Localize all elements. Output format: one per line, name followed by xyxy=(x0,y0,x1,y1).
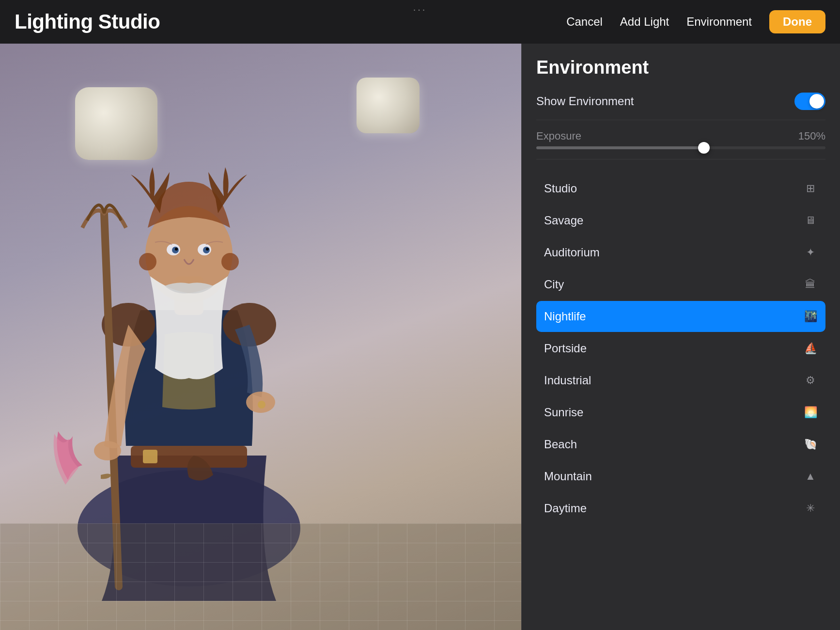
done-button[interactable]: Done xyxy=(769,10,825,33)
svg-point-13 xyxy=(139,253,156,270)
env-item-icon-nightlife: 🌃 xyxy=(803,310,818,323)
dots-menu[interactable]: ··· xyxy=(413,4,427,15)
env-item-icon-daytime: ✳ xyxy=(803,502,818,515)
svg-rect-20 xyxy=(0,523,521,630)
env-item-daytime[interactable]: Daytime✳ xyxy=(536,493,825,524)
env-item-label-beach: Beach xyxy=(544,438,577,451)
env-item-label-daytime: Daytime xyxy=(544,502,587,515)
svg-point-12 xyxy=(206,248,209,251)
env-item-studio[interactable]: Studio⊞ xyxy=(536,173,825,204)
svg-rect-2 xyxy=(143,450,157,463)
grid-floor xyxy=(0,523,521,630)
light-orb-left[interactable] xyxy=(75,87,157,160)
env-item-icon-savage: 🖥 xyxy=(803,214,818,227)
svg-point-14 xyxy=(221,253,239,270)
env-item-label-studio: Studio xyxy=(544,182,577,195)
env-item-icon-studio: ⊞ xyxy=(803,182,818,195)
env-item-city[interactable]: City🏛 xyxy=(536,269,825,300)
environment-panel: Environment Show Environment Exposure 15… xyxy=(521,44,840,630)
cancel-button[interactable]: Cancel xyxy=(566,15,603,29)
show-environment-toggle[interactable] xyxy=(794,93,825,110)
env-item-label-portside: Portside xyxy=(544,342,587,355)
exposure-value: 150% xyxy=(798,130,825,142)
env-item-icon-mountain: ▲ xyxy=(803,470,818,483)
env-item-icon-portside: ⛵ xyxy=(803,342,818,355)
env-item-label-nightlife: Nightlife xyxy=(544,310,586,323)
svg-point-18 xyxy=(258,401,265,409)
env-item-mountain[interactable]: Mountain▲ xyxy=(536,461,825,492)
env-item-icon-sunrise: 🌅 xyxy=(803,406,818,419)
app-title: Lighting Studio xyxy=(15,10,160,33)
svg-point-17 xyxy=(94,441,121,460)
viewport-background xyxy=(0,44,521,630)
exposure-label: Exposure xyxy=(536,130,581,142)
env-item-icon-city: 🏛 xyxy=(803,278,818,291)
env-item-label-savage: Savage xyxy=(544,214,583,227)
env-item-icon-auditorium: ✦ xyxy=(803,246,818,259)
show-environment-row: Show Environment xyxy=(536,93,825,120)
add-light-button[interactable]: Add Light xyxy=(620,15,669,29)
viewport xyxy=(0,44,521,630)
env-item-industrial[interactable]: Industrial⚙ xyxy=(536,365,825,396)
env-item-sunrise[interactable]: Sunrise🌅 xyxy=(536,397,825,428)
exposure-slider[interactable] xyxy=(536,146,825,149)
env-item-label-sunrise: Sunrise xyxy=(544,406,583,419)
exposure-row: Exposure 150% xyxy=(536,130,825,142)
env-item-portside[interactable]: Portside⛵ xyxy=(536,333,825,364)
env-item-beach[interactable]: Beach🐚 xyxy=(536,429,825,460)
env-item-label-industrial: Industrial xyxy=(544,374,591,387)
floor-grid xyxy=(0,523,521,630)
environment-button[interactable]: Environment xyxy=(686,15,752,29)
env-item-nightlife[interactable]: Nightlife🌃 xyxy=(536,301,825,332)
env-item-icon-industrial: ⚙ xyxy=(803,374,818,387)
env-item-label-city: City xyxy=(544,278,564,291)
light-orb-right[interactable] xyxy=(357,78,420,133)
env-item-savage[interactable]: Savage🖥 xyxy=(536,205,825,236)
env-item-label-mountain: Mountain xyxy=(544,470,592,483)
svg-point-11 xyxy=(175,248,178,251)
environment-list: Studio⊞Savage🖥Auditorium✦City🏛Nightlife🌃… xyxy=(536,173,825,524)
environment-panel-title: Environment xyxy=(536,57,825,78)
env-item-auditorium[interactable]: Auditorium✦ xyxy=(536,237,825,268)
env-item-icon-beach: 🐚 xyxy=(803,438,818,451)
exposure-slider-container xyxy=(536,146,825,159)
slider-thumb[interactable] xyxy=(698,142,710,154)
top-bar-actions: Cancel Add Light Environment Done xyxy=(566,10,825,33)
env-item-label-auditorium: Auditorium xyxy=(544,246,600,259)
show-environment-label: Show Environment xyxy=(536,94,634,108)
